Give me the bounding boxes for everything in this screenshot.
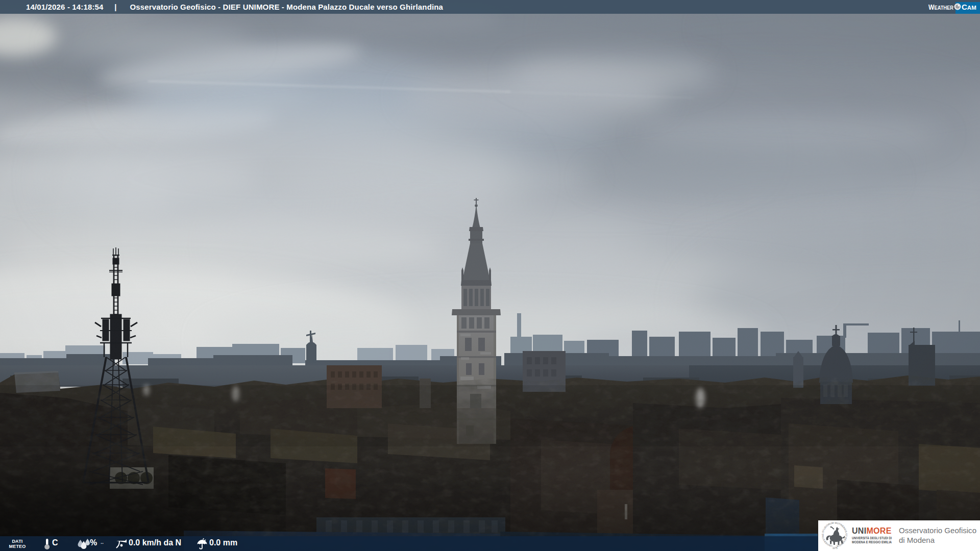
svg-text:1175: 1175 xyxy=(832,547,838,549)
svg-text:Osservatorio Geofisico: Osservatorio Geofisico xyxy=(899,526,976,535)
svg-text:WEATHER: WEATHER xyxy=(928,3,954,11)
svg-text:UNIMORE: UNIMORE xyxy=(852,527,892,535)
svg-text:MODENA E REGGIO EMILIA: MODENA E REGGIO EMILIA xyxy=(852,540,892,544)
svg-text:di Modena: di Modena xyxy=(899,536,935,544)
